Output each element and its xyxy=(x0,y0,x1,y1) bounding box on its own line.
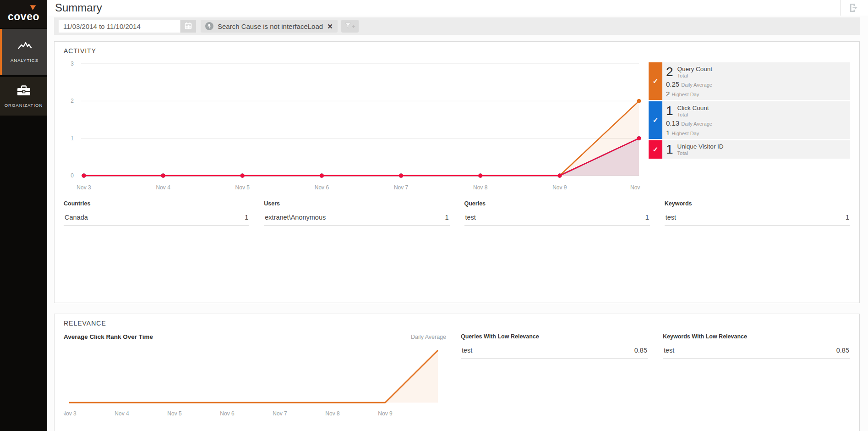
coveo-logo-triangle-icon xyxy=(30,3,37,10)
svg-text:Nov 4: Nov 4 xyxy=(156,184,170,191)
activity-legend: 2 Query Count Total 0.25Daily Average 2H… xyxy=(649,62,850,195)
relevance-grid: Average Click Rank Over Time Daily Avera… xyxy=(64,333,850,421)
coveo-logo-text: coveo xyxy=(8,11,39,23)
svg-text:2: 2 xyxy=(71,98,74,104)
svg-text:Nov 7: Nov 7 xyxy=(273,410,287,417)
svg-text:Nov 7: Nov 7 xyxy=(394,184,409,191)
stat-header: Queries xyxy=(464,200,650,207)
legend-series-name: Query Count xyxy=(677,65,713,73)
header-actions xyxy=(840,0,860,16)
legend-daily-avg-value: 0.25 xyxy=(666,80,679,88)
plus-icon: + xyxy=(352,23,355,30)
stat-header: Queries With Low Relevance xyxy=(461,333,648,340)
table-row: Canada 1 xyxy=(64,209,249,226)
pin-icon xyxy=(205,22,213,30)
add-filter-button[interactable]: + xyxy=(341,20,359,33)
legend-highest-label: Highest Day xyxy=(671,92,699,97)
svg-text:Nov 8: Nov 8 xyxy=(325,410,340,417)
table-row: test 1 xyxy=(464,209,650,226)
stat-name: extranet\Anonymous xyxy=(265,214,326,221)
sidebar-nav: ANALYTICS ORGANIZATION xyxy=(0,29,47,116)
check-icon xyxy=(649,140,662,159)
stat-value: 0.85 xyxy=(836,347,849,354)
activity-stats: Countries Canada 1 Users extranet\Anonym… xyxy=(64,200,850,226)
stat-column-queries-low-relevance: Queries With Low Relevance test 0.85 xyxy=(461,333,648,421)
stat-value: 1 xyxy=(645,214,649,221)
svg-text:3: 3 xyxy=(71,61,74,67)
check-icon xyxy=(649,101,662,139)
calendar-button[interactable] xyxy=(180,20,196,33)
sidebar-item-organization[interactable]: ORGANIZATION xyxy=(0,77,47,116)
legend-daily-avg-label: Daily Average xyxy=(681,121,712,127)
stat-header: Users xyxy=(264,200,449,207)
legend-highest-label: Highest Day xyxy=(671,131,699,136)
activity-title: ACTIVITY xyxy=(64,47,850,55)
coveo-logo[interactable]: coveo xyxy=(0,0,47,28)
legend-total-label: Total xyxy=(677,112,709,117)
sidebar: coveo ANALYTICS xyxy=(0,0,47,431)
activity-line-chart: 0123Nov 3Nov 4Nov 5Nov 6Nov 7Nov 8Nov 9N… xyxy=(64,57,642,195)
legend-total-value: 2 xyxy=(666,65,673,78)
svg-text:Nov 3: Nov 3 xyxy=(64,410,76,417)
table-row: test 0.85 xyxy=(663,342,850,359)
check-icon xyxy=(649,62,662,100)
svg-text:Nov 4: Nov 4 xyxy=(115,410,129,417)
funnel-icon xyxy=(344,22,351,30)
sidebar-item-analytics[interactable]: ANALYTICS xyxy=(0,29,47,75)
legend-highest-value: 2 xyxy=(666,90,670,98)
stat-column-users: Users extranet\Anonymous 1 xyxy=(264,200,449,226)
stat-value: 1 xyxy=(445,214,448,221)
main-area: Summary xyxy=(47,0,868,431)
activity-card: ACTIVITY 0123Nov 3Nov 4Nov 5Nov 6Nov 7No… xyxy=(54,41,860,303)
legend-total-value: 1 xyxy=(666,104,673,117)
legend-item-click-count[interactable]: 1 Click Count Total 0.13Daily Average 1H… xyxy=(649,101,850,139)
close-icon[interactable]: ✕ xyxy=(327,23,333,30)
stat-header: Keywords With Low Relevance xyxy=(663,333,850,340)
stat-column-keywords: Keywords test 1 xyxy=(665,200,850,226)
page-header: Summary xyxy=(47,0,868,16)
table-row: test 1 xyxy=(665,209,850,226)
pulse-icon xyxy=(17,41,33,53)
calendar-icon xyxy=(185,22,192,31)
filter-pill-label: Search Cause is not interfaceLoad xyxy=(218,22,323,30)
svg-text:Nov 5: Nov 5 xyxy=(235,184,250,191)
stat-column-keywords-low-relevance: Keywords With Low Relevance test 0.85 xyxy=(663,333,850,421)
stat-value: 0.85 xyxy=(634,347,647,354)
stat-name: test xyxy=(664,347,674,354)
relevance-legend-label: Daily Average xyxy=(411,334,446,340)
app-root: coveo ANALYTICS xyxy=(0,0,868,431)
relevance-chart-title: Average Click Rank Over Time xyxy=(64,333,153,340)
legend-total-label: Total xyxy=(677,73,713,78)
legend-item-query-count[interactable]: 2 Query Count Total 0.25Daily Average 2H… xyxy=(649,62,850,100)
stat-name: Canada xyxy=(65,214,88,221)
briefcase-icon xyxy=(16,85,31,98)
content: Search Cause is not interfaceLoad ✕ + AC… xyxy=(47,16,868,431)
relevance-area-chart: Nov 3Nov 4Nov 5Nov 6Nov 7Nov 8Nov 9 xyxy=(64,340,446,419)
date-range-input[interactable] xyxy=(59,20,180,33)
svg-text:0: 0 xyxy=(71,172,74,179)
svg-text:Nov 6: Nov 6 xyxy=(220,410,235,417)
stat-name: test xyxy=(462,347,472,354)
svg-text:Nov 6: Nov 6 xyxy=(315,184,329,191)
svg-text:1: 1 xyxy=(71,135,74,142)
filter-pill[interactable]: Search Cause is not interfaceLoad ✕ xyxy=(201,20,338,33)
sign-out-icon[interactable] xyxy=(848,2,860,14)
stat-column-countries: Countries Canada 1 xyxy=(64,200,249,226)
relevance-card: RELEVANCE Average Click Rank Over Time D… xyxy=(54,314,860,431)
legend-item-unique-visitor[interactable]: 1 Unique Visitor ID Total xyxy=(649,140,850,159)
legend-total-value: 1 xyxy=(666,143,673,156)
svg-text:Nov 9: Nov 9 xyxy=(378,410,393,417)
svg-text:Nov 9: Nov 9 xyxy=(552,184,567,191)
legend-series-name: Unique Visitor ID xyxy=(677,143,724,150)
stat-name: test xyxy=(666,214,676,221)
sidebar-item-label: ANALYTICS xyxy=(11,58,38,63)
legend-highest-value: 1 xyxy=(666,129,670,137)
page-title: Summary xyxy=(55,1,102,14)
header-divider xyxy=(840,0,841,16)
legend-series-name: Click Count xyxy=(677,104,709,112)
svg-text:Nov 3: Nov 3 xyxy=(76,184,91,191)
legend-total-label: Total xyxy=(677,150,724,156)
legend-daily-avg-value: 0.13 xyxy=(666,119,679,127)
table-row: test 0.85 xyxy=(461,342,648,359)
legend-daily-avg-label: Daily Average xyxy=(681,82,712,88)
